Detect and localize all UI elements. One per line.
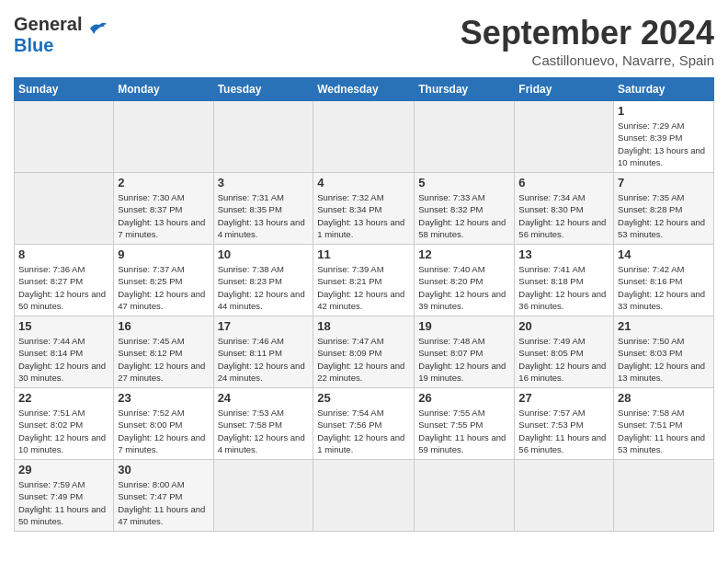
day-info: Sunrise: 7:38 AMSunset: 8:23 PMDaylight:… — [218, 264, 305, 311]
month-title: September 2024 — [461, 14, 714, 52]
day-number: 16 — [118, 319, 209, 333]
day-info: Sunrise: 7:31 AMSunset: 8:35 PMDaylight:… — [218, 192, 305, 239]
calendar-week-1: 1 Sunrise: 7:29 AMSunset: 8:39 PMDayligh… — [15, 101, 714, 173]
logo: General Blue — [14, 14, 107, 56]
day-info: Sunrise: 7:40 AMSunset: 8:20 PMDaylight:… — [418, 264, 506, 311]
location-title: Castillonuevo, Navarre, Spain — [461, 52, 714, 68]
title-block: September 2024 Castillonuevo, Navarre, S… — [461, 14, 714, 68]
calendar-cell: 4 Sunrise: 7:32 AMSunset: 8:34 PMDayligh… — [313, 173, 415, 245]
day-number: 9 — [118, 247, 209, 261]
day-info: Sunrise: 7:34 AMSunset: 8:30 PMDaylight:… — [518, 192, 606, 239]
calendar-cell: 18 Sunrise: 7:47 AMSunset: 8:09 PMDaylig… — [313, 316, 415, 388]
day-number: 21 — [618, 319, 710, 333]
calendar-cell — [515, 460, 614, 532]
calendar-week-4: 15 Sunrise: 7:44 AMSunset: 8:14 PMDaylig… — [15, 316, 714, 388]
column-header-monday: Monday — [114, 78, 213, 101]
column-header-wednesday: Wednesday — [313, 78, 415, 101]
calendar-cell: 30 Sunrise: 8:00 AMSunset: 7:47 PMDaylig… — [114, 460, 213, 532]
day-number: 30 — [118, 463, 209, 477]
calendar-cell: 22 Sunrise: 7:51 AMSunset: 8:02 PMDaylig… — [15, 388, 114, 460]
day-number: 25 — [317, 391, 410, 405]
day-number: 10 — [218, 247, 310, 261]
calendar-cell: 9 Sunrise: 7:37 AMSunset: 8:25 PMDayligh… — [114, 245, 213, 316]
calendar-cell: 13 Sunrise: 7:41 AMSunset: 8:18 PMDaylig… — [515, 245, 614, 316]
day-info: Sunrise: 7:46 AMSunset: 8:11 PMDaylight:… — [218, 336, 305, 383]
calendar-week-5: 22 Sunrise: 7:51 AMSunset: 8:02 PMDaylig… — [15, 388, 714, 460]
calendar-cell — [114, 101, 213, 173]
day-info: Sunrise: 7:48 AMSunset: 8:07 PMDaylight:… — [418, 336, 506, 383]
calendar-cell: 28 Sunrise: 7:58 AMSunset: 7:51 PMDaylig… — [614, 388, 714, 460]
calendar-cell: 27 Sunrise: 7:57 AMSunset: 7:53 PMDaylig… — [515, 388, 614, 460]
day-number: 28 — [618, 391, 710, 405]
calendar-cell: 2 Sunrise: 7:30 AMSunset: 8:37 PMDayligh… — [114, 173, 213, 245]
header: General Blue September 2024 Castillonuev… — [14, 14, 714, 68]
calendar-cell: 8 Sunrise: 7:36 AMSunset: 8:27 PMDayligh… — [15, 245, 114, 316]
calendar-cell: 20 Sunrise: 7:49 AMSunset: 8:05 PMDaylig… — [515, 316, 614, 388]
column-header-thursday: Thursday — [415, 78, 515, 101]
day-info: Sunrise: 7:35 AMSunset: 8:28 PMDaylight:… — [618, 192, 705, 239]
calendar-cell: 5 Sunrise: 7:33 AMSunset: 8:32 PMDayligh… — [415, 173, 515, 245]
calendar-cell: 6 Sunrise: 7:34 AMSunset: 8:30 PMDayligh… — [515, 173, 614, 245]
calendar-cell: 16 Sunrise: 7:45 AMSunset: 8:12 PMDaylig… — [114, 316, 213, 388]
column-header-tuesday: Tuesday — [213, 78, 313, 101]
day-info: Sunrise: 7:49 AMSunset: 8:05 PMDaylight:… — [518, 336, 606, 383]
calendar-cell — [515, 101, 614, 173]
day-number: 15 — [18, 319, 109, 333]
calendar-header-row: SundayMondayTuesdayWednesdayThursdayFrid… — [15, 78, 714, 101]
logo-text: General Blue — [14, 14, 82, 56]
calendar-cell: 15 Sunrise: 7:44 AMSunset: 8:14 PMDaylig… — [15, 316, 114, 388]
day-number: 26 — [418, 391, 510, 405]
day-info: Sunrise: 7:58 AMSunset: 7:51 PMDaylight:… — [618, 408, 705, 454]
calendar-cell: 29 Sunrise: 7:59 AMSunset: 7:49 PMDaylig… — [15, 460, 114, 532]
day-info: Sunrise: 7:42 AMSunset: 8:16 PMDaylight:… — [618, 264, 705, 311]
day-info: Sunrise: 7:50 AMSunset: 8:03 PMDaylight:… — [618, 336, 705, 383]
day-number: 19 — [418, 319, 510, 333]
day-info: Sunrise: 7:39 AMSunset: 8:21 PMDaylight:… — [317, 264, 404, 311]
day-info: Sunrise: 7:53 AMSunset: 7:58 PMDaylight:… — [218, 408, 305, 454]
day-number: 22 — [18, 391, 109, 405]
column-header-friday: Friday — [515, 78, 614, 101]
calendar-table: SundayMondayTuesdayWednesdayThursdayFrid… — [14, 77, 714, 532]
column-header-sunday: Sunday — [15, 78, 114, 101]
day-number: 5 — [418, 176, 510, 190]
calendar-cell — [213, 460, 313, 532]
day-info: Sunrise: 7:54 AMSunset: 7:56 PMDaylight:… — [317, 408, 404, 454]
day-number: 20 — [518, 319, 609, 333]
logo-bird-icon — [86, 21, 107, 41]
calendar-cell — [15, 101, 114, 173]
day-info: Sunrise: 7:47 AMSunset: 8:09 PMDaylight:… — [317, 336, 404, 383]
day-number: 4 — [317, 176, 410, 190]
calendar-cell: 11 Sunrise: 7:39 AMSunset: 8:21 PMDaylig… — [313, 245, 415, 316]
day-number: 13 — [518, 247, 609, 261]
calendar-cell: 21 Sunrise: 7:50 AMSunset: 8:03 PMDaylig… — [614, 316, 714, 388]
logo-blue: Blue — [14, 35, 53, 55]
day-number: 3 — [218, 176, 310, 190]
day-number: 2 — [118, 176, 209, 190]
calendar-cell: 10 Sunrise: 7:38 AMSunset: 8:23 PMDaylig… — [213, 245, 313, 316]
calendar-cell: 14 Sunrise: 7:42 AMSunset: 8:16 PMDaylig… — [614, 245, 714, 316]
calendar-cell — [313, 101, 415, 173]
day-info: Sunrise: 7:32 AMSunset: 8:34 PMDaylight:… — [317, 192, 404, 239]
day-number: 12 — [418, 247, 510, 261]
calendar-week-2: 2 Sunrise: 7:30 AMSunset: 8:37 PMDayligh… — [15, 173, 714, 245]
day-info: Sunrise: 7:33 AMSunset: 8:32 PMDaylight:… — [418, 192, 506, 239]
day-info: Sunrise: 7:41 AMSunset: 8:18 PMDaylight:… — [518, 264, 606, 311]
calendar-cell: 1 Sunrise: 7:29 AMSunset: 8:39 PMDayligh… — [614, 101, 714, 173]
calendar-cell: 17 Sunrise: 7:46 AMSunset: 8:11 PMDaylig… — [213, 316, 313, 388]
day-info: Sunrise: 7:57 AMSunset: 7:53 PMDaylight:… — [518, 408, 606, 454]
calendar-cell — [415, 460, 515, 532]
calendar-cell: 12 Sunrise: 7:40 AMSunset: 8:20 PMDaylig… — [415, 245, 515, 316]
calendar-cell — [415, 101, 515, 173]
day-number: 1 — [618, 104, 710, 118]
column-header-saturday: Saturday — [614, 78, 714, 101]
calendar-cell: 24 Sunrise: 7:53 AMSunset: 7:58 PMDaylig… — [213, 388, 313, 460]
day-info: Sunrise: 7:36 AMSunset: 8:27 PMDaylight:… — [18, 264, 106, 311]
calendar-cell — [213, 101, 313, 173]
day-info: Sunrise: 7:59 AMSunset: 7:49 PMDaylight:… — [18, 479, 106, 526]
day-info: Sunrise: 7:55 AMSunset: 7:55 PMDaylight:… — [418, 408, 506, 454]
calendar-cell: 25 Sunrise: 7:54 AMSunset: 7:56 PMDaylig… — [313, 388, 415, 460]
day-info: Sunrise: 7:29 AMSunset: 8:39 PMDaylight:… — [618, 121, 705, 167]
day-info: Sunrise: 7:44 AMSunset: 8:14 PMDaylight:… — [18, 336, 106, 383]
calendar-cell: 26 Sunrise: 7:55 AMSunset: 7:55 PMDaylig… — [415, 388, 515, 460]
day-number: 24 — [218, 391, 310, 405]
